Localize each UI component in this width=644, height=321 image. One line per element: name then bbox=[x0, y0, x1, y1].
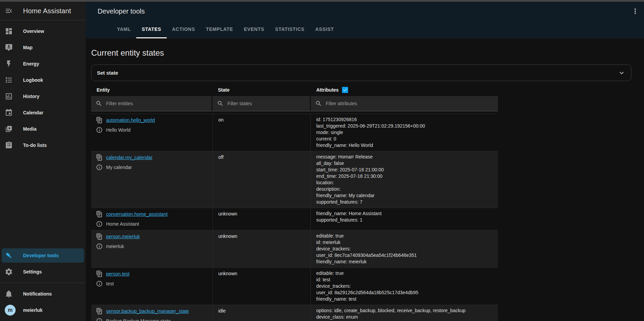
page-title: Developer tools bbox=[98, 7, 145, 15]
filter-attributes-input[interactable] bbox=[326, 101, 494, 106]
table-row: automation.hello_world Hello World on id… bbox=[91, 114, 498, 151]
attribute-line: current: 0 bbox=[316, 136, 492, 142]
copy-entity-id-button[interactable] bbox=[96, 154, 103, 161]
search-icon bbox=[217, 100, 224, 107]
copy-entity-id-button[interactable] bbox=[96, 233, 103, 240]
entity-info-button[interactable] bbox=[96, 318, 103, 321]
sidebar-item-todo-lists[interactable]: To-do lists bbox=[0, 137, 86, 153]
entity-attributes: message: Homarr Release all_day: false s… bbox=[311, 151, 498, 208]
attribute-line: supported_features: 7 bbox=[316, 199, 492, 205]
filter-states-cell bbox=[213, 96, 311, 111]
sidebar-item-label: Overview bbox=[23, 29, 44, 34]
sidebar-item-label: Developer tools bbox=[23, 253, 59, 258]
sidebar-item-logbook[interactable]: Logbook bbox=[0, 72, 86, 88]
header-top: Developer tools bbox=[86, 2, 644, 21]
page-heading: Current entity states bbox=[91, 48, 634, 58]
sidebar-item-label: Logbook bbox=[23, 77, 43, 83]
entity-friendly-name: Home Assistant bbox=[106, 221, 139, 227]
view-dashboard-icon bbox=[5, 27, 13, 35]
check-icon bbox=[343, 88, 347, 92]
column-header-entity: Entity bbox=[91, 87, 213, 93]
sidebar: Home Assistant Overview Map Energy bbox=[0, 2, 86, 321]
chevron-down-icon bbox=[618, 69, 626, 77]
entity-line: automation.hello_world bbox=[96, 117, 210, 124]
sidebar-item-map[interactable]: Map bbox=[0, 39, 86, 56]
tab-events[interactable]: EVENTS bbox=[238, 21, 269, 38]
column-header-state-label: State bbox=[218, 87, 229, 93]
attribute-line: friendly_name: Home Assistant bbox=[316, 210, 492, 217]
entity-link[interactable]: person.meierluk bbox=[106, 234, 140, 239]
entity-line: calendar.my_calendar bbox=[96, 154, 210, 161]
attribute-line: start_time: 2025-07-18 21:00:00 bbox=[316, 167, 492, 173]
copy-entity-id-button[interactable] bbox=[96, 211, 103, 218]
attribute-line: location: bbox=[316, 180, 492, 186]
column-header-entity-label: Entity bbox=[97, 87, 110, 93]
sidebar-item-developer-tools[interactable]: Developer tools bbox=[2, 248, 84, 263]
entity-name-line: My calendar bbox=[96, 164, 210, 171]
table-row: person.meierluk meierluk unknown editabl… bbox=[91, 230, 498, 267]
avatar: m bbox=[5, 305, 16, 316]
attribute-line: id: meierluk bbox=[316, 239, 492, 246]
column-header-attributes: Attributes bbox=[311, 87, 498, 93]
tab-states[interactable]: STATES bbox=[136, 21, 166, 38]
lightning-bolt-icon bbox=[5, 60, 13, 68]
attribute-line: friendly_name: test bbox=[316, 296, 492, 302]
entity-info-button[interactable] bbox=[96, 243, 103, 250]
entity-info-button[interactable] bbox=[96, 164, 103, 171]
entity-info-button[interactable] bbox=[96, 221, 103, 227]
sidebar-item-label: Settings bbox=[23, 269, 42, 275]
entity-state: unknown bbox=[213, 268, 311, 305]
filter-entities-cell bbox=[91, 96, 213, 111]
tab-yaml[interactable]: YAML bbox=[112, 21, 136, 38]
entity-state: idle bbox=[213, 305, 311, 321]
sidebar-item-label: Energy bbox=[23, 61, 39, 67]
attributes-checkbox[interactable] bbox=[342, 87, 348, 93]
entity-info-button[interactable] bbox=[96, 127, 103, 133]
tab-assist[interactable]: ASSIST bbox=[310, 21, 339, 38]
sidebar-item-notifications[interactable]: Notifications bbox=[0, 286, 86, 302]
attribute-line: friendly_name: My calendar bbox=[316, 192, 492, 199]
sidebar-item-calendar[interactable]: Calendar bbox=[0, 105, 86, 121]
sidebar-item-overview[interactable]: Overview bbox=[0, 23, 86, 39]
filter-entities-input[interactable] bbox=[106, 101, 207, 106]
entity-link[interactable]: person.test bbox=[106, 271, 129, 277]
chart-box-icon bbox=[5, 92, 13, 100]
entity-cell: sensor.backup_backup_manager_state Backu… bbox=[91, 305, 213, 321]
dots-vertical-icon bbox=[631, 7, 639, 15]
sidebar-item-settings[interactable]: Settings bbox=[0, 264, 86, 280]
sidebar-item-energy[interactable]: Energy bbox=[0, 56, 86, 72]
entity-link[interactable]: calendar.my_calendar bbox=[106, 155, 153, 160]
entity-attributes: editable: true id: test device_trackers:… bbox=[311, 268, 498, 305]
entity-info-button[interactable] bbox=[96, 280, 103, 287]
entity-attributes: friendly_name: Home Assistant supported_… bbox=[311, 208, 498, 230]
main-area: Developer tools YAML STATES ACTIONS TEMP… bbox=[86, 2, 644, 321]
table-row: sensor.backup_backup_manager_state Backu… bbox=[91, 305, 498, 321]
tab-template[interactable]: TEMPLATE bbox=[200, 21, 238, 38]
overflow-menu-button[interactable] bbox=[631, 7, 639, 15]
set-state-expander[interactable]: Set state bbox=[91, 64, 631, 81]
copy-entity-id-button[interactable] bbox=[96, 117, 103, 124]
sidebar-spacer bbox=[0, 153, 86, 247]
table-row: calendar.my_calendar My calendar off mes… bbox=[91, 151, 498, 208]
attribute-line: user_id: 8ec7ca7409304a5ea54c1f24b646e35… bbox=[316, 252, 492, 259]
entity-link[interactable]: sensor.backup_backup_manager_state bbox=[106, 308, 189, 314]
tab-statistics[interactable]: STATISTICS bbox=[270, 21, 310, 38]
copy-entity-id-button[interactable] bbox=[96, 270, 103, 277]
sidebar-item-media[interactable]: Media bbox=[0, 121, 86, 137]
sidebar-item-history[interactable]: History bbox=[0, 88, 86, 105]
copy-entity-id-button[interactable] bbox=[96, 308, 103, 315]
attribute-line: editable: true bbox=[316, 233, 492, 239]
entity-link[interactable]: automation.hello_world bbox=[106, 117, 155, 123]
entity-link[interactable]: conversation.home_assistant bbox=[106, 211, 167, 217]
sidebar-item-label: Calendar bbox=[23, 110, 43, 115]
tab-bar: YAML STATES ACTIONS TEMPLATE EVENTS STAT… bbox=[112, 21, 644, 38]
entity-table: Entity State Attributes bbox=[91, 87, 498, 321]
sidebar-toggle-button[interactable] bbox=[5, 7, 13, 15]
entity-cell: automation.hello_world Hello World bbox=[91, 114, 213, 151]
filter-states-input[interactable] bbox=[227, 101, 305, 106]
sidebar-user[interactable]: m meierluk bbox=[0, 302, 86, 318]
sidebar-divider bbox=[0, 283, 86, 283]
tab-actions[interactable]: ACTIONS bbox=[167, 21, 201, 38]
attribute-line: last_triggered: 2025-06-29T21:02:29.1921… bbox=[316, 123, 492, 129]
sidebar-item-label: History bbox=[23, 94, 39, 99]
